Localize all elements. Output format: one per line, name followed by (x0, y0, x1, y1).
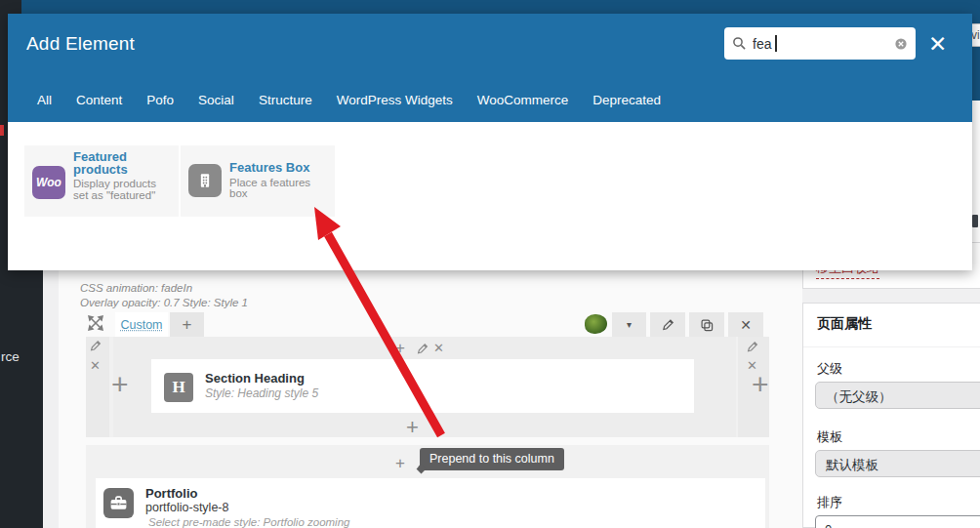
append-to-column-button[interactable]: + (752, 372, 769, 397)
element-search-box (724, 27, 916, 60)
overlay-style-note: Overlay opacity: 0.7 Style: Style 1 (80, 296, 248, 310)
add-element-dialog: Add Element ✕ All Content Pofo Social St… (8, 14, 972, 270)
dialog-title: Add Element (26, 33, 135, 55)
close-icon: ✕ (740, 317, 752, 333)
dialog-header: Add Element ✕ All Content Pofo Social St… (8, 14, 972, 122)
element-style-note: Style: Heading style 5 (205, 386, 318, 400)
prepend-element-icon[interactable]: + (395, 456, 405, 470)
sidebar-item-woocommerce-fragment[interactable]: rce (1, 349, 20, 364)
append-to-column-button[interactable]: + (111, 372, 129, 397)
row-clone-button[interactable] (689, 312, 724, 337)
tab-woocommerce[interactable]: WooCommerce (477, 93, 569, 107)
tooltip-prepend: Prepend to this column (420, 448, 564, 470)
drag-move-icon[interactable] (86, 313, 107, 335)
dialog-results: Woo Featured products Display products s… (8, 122, 972, 270)
row-dropdown-toggle[interactable]: ▾ (612, 312, 646, 337)
template-label: 模板 (817, 428, 842, 446)
template-select[interactable]: 默认模板 (815, 450, 980, 477)
page-attributes-panel: 页面属性 父级 （无父级） 模板 默认模板 排序 (802, 303, 980, 528)
chevron-down-icon: ▾ (627, 319, 632, 330)
panel-title: 页面属性 (803, 304, 980, 347)
woocommerce-icon: Woo (32, 166, 65, 199)
text-caret (775, 35, 777, 52)
search-icon (732, 36, 747, 51)
update-badge-fragment (0, 125, 4, 136)
briefcase-icon (103, 488, 134, 518)
tab-structure[interactable]: Structure (259, 93, 312, 107)
element-title: Section Heading (205, 371, 305, 386)
pencil-icon (661, 318, 674, 332)
row-edit-button[interactable] (650, 312, 685, 337)
element-card-features-box[interactable]: Features Box Place a features box (181, 145, 335, 217)
element-style-note: Select pre-made style: Portfolio zooming (148, 516, 349, 528)
add-tab-button[interactable]: + (170, 312, 204, 337)
heading-icon: H (164, 373, 193, 402)
page-header-strip-right (972, 0, 980, 101)
edit-column-icon[interactable] (89, 340, 102, 352)
css-animation-note: CSS animation: fadeIn (80, 281, 248, 296)
dialog-tabs: All Content Pofo Social Structure WordPr… (37, 93, 661, 107)
tab-deprecated[interactable]: Deprecated (592, 93, 661, 107)
edit-column-icon[interactable] (746, 341, 758, 353)
element-card-desc: Display products set as "featured" (73, 179, 171, 201)
tab-social[interactable]: Social (198, 93, 234, 107)
tab-wordpress-widgets[interactable]: WordPress Widgets (337, 93, 453, 107)
delete-icon[interactable]: ✕ (433, 341, 444, 355)
order-label: 排序 (817, 494, 842, 511)
parent-select[interactable]: （无父级） (815, 382, 980, 409)
row-delete-button[interactable]: ✕ (728, 312, 763, 337)
building-icon (188, 164, 222, 197)
add-element-icon[interactable]: + (395, 341, 405, 355)
tab-content[interactable]: Content (76, 93, 122, 107)
tab-pofo[interactable]: Pofo (146, 93, 174, 107)
append-element-icon[interactable]: + (406, 415, 419, 440)
element-card-desc: Place a features box (229, 178, 327, 200)
clear-search-icon[interactable] (894, 37, 908, 51)
section-heading-element[interactable]: H Section Heading Style: Heading style 5 (151, 359, 694, 413)
element-card-featured-products[interactable]: Woo Featured products Display products s… (24, 145, 179, 217)
order-input[interactable] (815, 515, 980, 528)
element-subtitle: portfolio-style-8 (145, 501, 228, 514)
dialog-close-icon[interactable]: ✕ (928, 31, 947, 57)
portfolio-element[interactable]: Portfolio portfolio-style-8 Select pre-m… (96, 478, 765, 528)
element-card-title: Features Box (229, 162, 327, 175)
parent-label: 父级 (817, 360, 842, 378)
tab-all[interactable]: All (37, 93, 52, 107)
row-meta-text: CSS animation: fadeIn Overlay opacity: 0… (80, 281, 248, 310)
tab-custom[interactable]: Custom (115, 312, 168, 337)
element-card-title: Featured products (73, 151, 171, 176)
element-title: Portfolio (145, 486, 197, 501)
publish-button-fragment (972, 215, 978, 227)
edit-icon[interactable] (416, 343, 429, 355)
delete-column-icon[interactable]: ✕ (90, 358, 101, 373)
page-header-strip (21, 0, 980, 14)
search-input[interactable] (753, 36, 894, 52)
clone-icon (700, 318, 714, 332)
